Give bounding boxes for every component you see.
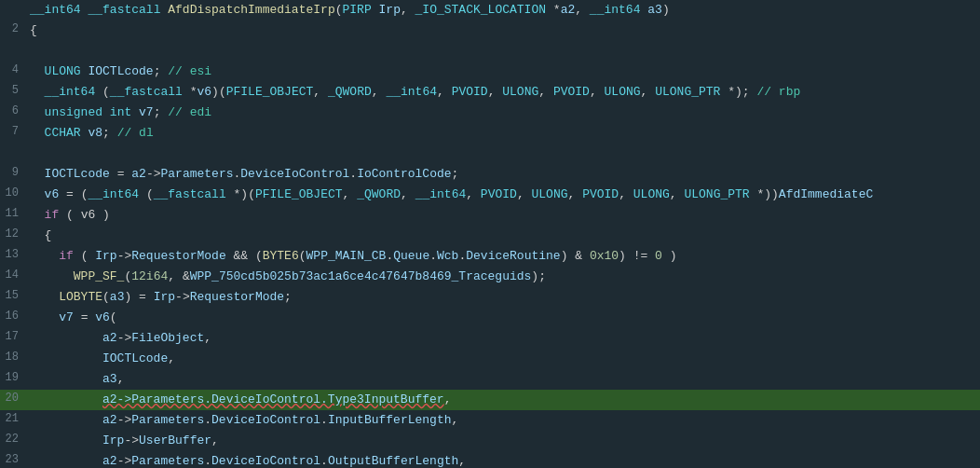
line-number: 2 bbox=[0, 21, 26, 35]
code-line: 13 if ( Irp->RequestorMode && (BYTE6(WPP… bbox=[0, 246, 980, 267]
line-number bbox=[0, 145, 26, 145]
line-number: 19 bbox=[0, 370, 26, 384]
code-line: 23 a2->Parameters.DeviceIoControl.Output… bbox=[0, 451, 980, 468]
code-line: 9 IOCTLcode = a2->Parameters.DeviceIoCon… bbox=[0, 164, 980, 185]
code-line bbox=[0, 144, 980, 164]
line-content: v7 = v6( bbox=[26, 309, 980, 327]
line-number: 5 bbox=[0, 83, 26, 97]
code-line: 15 LOBYTE(a3) = Irp->RequestorMode; bbox=[0, 287, 980, 308]
code-line: 5 __int64 (__fastcall *v6)(PFILE_OBJECT,… bbox=[0, 82, 980, 103]
line-number: 9 bbox=[0, 165, 26, 179]
line-content bbox=[26, 145, 980, 163]
line-number: 4 bbox=[0, 62, 26, 76]
line-number: 20 bbox=[0, 391, 26, 405]
line-number: 21 bbox=[0, 411, 26, 425]
line-content: a2->FileObject, bbox=[26, 329, 980, 348]
code-line: 7 CCHAR v8; // dl bbox=[0, 123, 980, 144]
line-number bbox=[0, 42, 26, 43]
line-content bbox=[26, 42, 980, 61]
line-number: 11 bbox=[0, 206, 26, 220]
line-content: WPP_SF_(12i64, &WPP_750cd5b025b73ac1a6ce… bbox=[26, 268, 980, 286]
line-number: 10 bbox=[0, 186, 26, 200]
code-line: 18 IOCTLcode, bbox=[0, 349, 980, 369]
code-line: 10 v6 = (__int64 (__fastcall *)(PFILE_OB… bbox=[0, 185, 980, 205]
line-content: IOCTLcode = a2->Parameters.DeviceIoContr… bbox=[26, 165, 980, 184]
code-line: 21 a2->Parameters.DeviceIoControl.InputB… bbox=[0, 410, 980, 431]
line-content: CCHAR v8; // dl bbox=[26, 124, 980, 143]
line-content: if ( Irp->RequestorMode && (BYTE6(WPP_MA… bbox=[26, 247, 980, 266]
line-content: { bbox=[26, 21, 980, 40]
line-content: if ( v6 ) bbox=[26, 206, 980, 225]
line-content: a3, bbox=[26, 370, 980, 389]
code-line: 11 if ( v6 ) bbox=[0, 205, 980, 226]
line-number: 16 bbox=[0, 309, 26, 323]
line-content: ULONG IOCTLcode; // esi bbox=[26, 62, 980, 81]
code-line: 17 a2->FileObject, bbox=[0, 328, 980, 349]
code-line: 2 { bbox=[0, 21, 980, 41]
line-number: 15 bbox=[0, 288, 26, 302]
code-line: __int64 __fastcall AfdDispatchImmediateI… bbox=[0, 0, 980, 21]
code-line: 12 { bbox=[0, 226, 980, 246]
code-line: 14 WPP_SF_(12i64, &WPP_750cd5b025b73ac1a… bbox=[0, 267, 980, 287]
line-content: a2->Parameters.DeviceIoControl.InputBuff… bbox=[26, 411, 980, 430]
line-content: unsigned int v7; // edi bbox=[26, 103, 980, 122]
line-number: 22 bbox=[0, 432, 26, 446]
line-content: v6 = (__int64 (__fastcall *)(PFILE_OBJEC… bbox=[26, 186, 980, 204]
code-line bbox=[0, 41, 980, 62]
line-number: 7 bbox=[0, 124, 26, 138]
line-number: 23 bbox=[0, 452, 26, 466]
line-number: 14 bbox=[0, 268, 26, 282]
code-line-highlighted: 20 a2->Parameters.DeviceIoControl.Type3I… bbox=[0, 390, 980, 410]
line-number: 17 bbox=[0, 329, 26, 343]
code-line: 19 a3, bbox=[0, 369, 980, 390]
line-content: { bbox=[26, 227, 980, 245]
code-line: 16 v7 = v6( bbox=[0, 308, 980, 328]
code-editor: __int64 __fastcall AfdDispatchImmediateI… bbox=[0, 0, 980, 468]
line-number: 13 bbox=[0, 247, 26, 261]
line-content: a2->Parameters.DeviceIoControl.Type3Inpu… bbox=[26, 391, 980, 409]
line-number: 18 bbox=[0, 350, 26, 364]
line-content: IOCTLcode, bbox=[26, 350, 980, 368]
code-line: 6 unsigned int v7; // edi bbox=[0, 103, 980, 123]
line-content: __int64 __fastcall AfdDispatchImmediateI… bbox=[26, 1, 980, 20]
line-content: Irp->UserBuffer, bbox=[26, 432, 980, 450]
line-content: LOBYTE(a3) = Irp->RequestorMode; bbox=[26, 288, 980, 307]
line-number: 6 bbox=[0, 103, 26, 117]
line-number bbox=[0, 1, 26, 2]
line-content: a2->Parameters.DeviceIoControl.OutputBuf… bbox=[26, 452, 980, 468]
code-line: 22 Irp->UserBuffer, bbox=[0, 431, 980, 451]
line-number: 12 bbox=[0, 227, 26, 241]
code-line: 4 ULONG IOCTLcode; // esi bbox=[0, 62, 980, 82]
line-content: __int64 (__fastcall *v6)(PFILE_OBJECT, _… bbox=[26, 83, 980, 102]
